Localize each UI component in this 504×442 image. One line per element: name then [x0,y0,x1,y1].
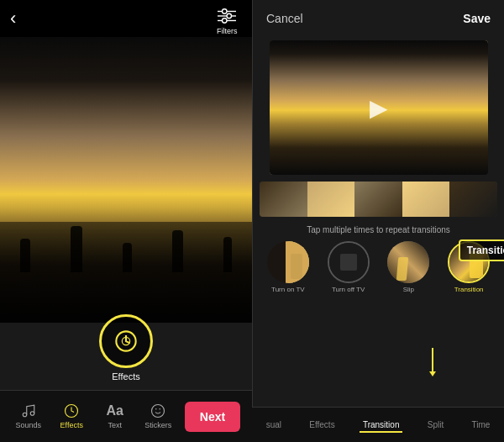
svg-point-0 [223,9,228,14]
svg-point-17 [152,405,165,418]
sounds-label: Sounds [15,421,41,429]
timeline-seg-1 [260,182,307,217]
effects-circle-label: Effects [112,371,139,381]
turn-off-tv-circle [328,241,370,283]
left-panel: ‹ Filters Voiceove [0,0,252,442]
right-top-bar: Cancel Save [253,0,504,37]
text-button[interactable]: Aa Text [98,403,132,429]
turn-on-tv-option[interactable]: Turn on TV [267,241,309,293]
tab-transition[interactable]: Transition [360,417,403,433]
svg-point-2 [223,18,228,24]
tab-time[interactable]: Time [468,417,493,433]
video-preview-left [0,37,252,323]
slip-label: Slip [403,286,414,293]
sounds-button[interactable]: Sounds [12,403,45,429]
slip-option[interactable]: Slip [387,241,429,293]
slip-circle [387,241,429,283]
stickers-button[interactable]: Stickers [141,403,175,429]
cancel-button[interactable]: Cancel [266,12,303,25]
transition-tooltip: Transition [459,239,504,261]
timeline-seg-2 [307,182,355,217]
tab-split[interactable]: Split [424,417,447,433]
timeline-seg-4 [402,182,450,217]
tab-visual[interactable]: sual [263,417,285,433]
transition-option[interactable]: Transition Transition [448,241,490,293]
svg-point-1 [227,13,232,18]
turn-on-tv-circle [267,241,309,283]
tab-effects[interactable]: Effects [306,417,338,433]
text-label: Text [108,421,123,429]
timeline-seg-3 [354,182,402,217]
timeline-strip [260,182,497,217]
filters-label: Filters [217,27,238,35]
video-preview-right: ▶ [270,40,488,175]
turn-off-tv-option[interactable]: Turn off TV [328,241,370,293]
transition-options: Turn on TV Turn off TV Slip [253,238,504,297]
timeline-seg-5 [449,182,497,217]
play-icon[interactable]: ▶ [370,94,388,122]
effects-small-label: Effects [60,421,83,429]
effects-small-button[interactable]: Effects [55,403,88,429]
bottom-tabs-right: sual Effects Transition Split Time [252,407,504,442]
tap-hint: Tap multiple times to repeat transitions [253,220,504,238]
right-panel: Cancel Save ▶ Tap multiple times to repe… [252,0,504,442]
transition-label: Transition [454,286,484,293]
svg-point-15 [30,412,34,416]
stickers-label: Stickers [144,421,171,429]
save-button[interactable]: Save [463,12,491,25]
filters-button[interactable]: Filters [217,7,238,35]
turn-on-tv-label: Turn on TV [271,286,305,293]
video-background [0,37,252,323]
effects-button[interactable] [99,314,153,368]
back-button[interactable]: ‹ [10,8,16,29]
svg-point-14 [23,413,27,417]
bottom-toolbar-left: Sounds Effects Aa Text Stickers Next [0,390,252,442]
turn-off-tv-label: Turn off TV [332,286,365,293]
next-button[interactable]: Next [185,402,240,432]
